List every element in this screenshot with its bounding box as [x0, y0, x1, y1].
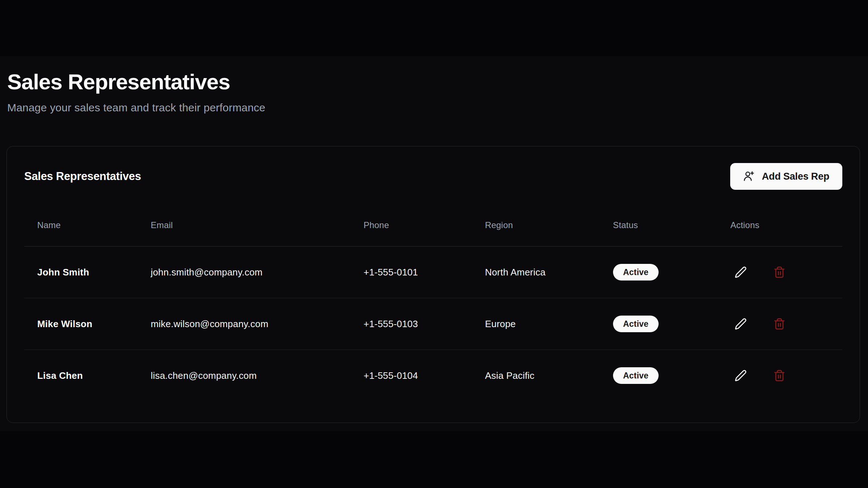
sales-reps-table: Name Email Phone Region Status Actions J…: [7, 190, 860, 402]
table-row: Lisa Chen lisa.chen@company.com +1-555-0…: [24, 350, 842, 402]
rep-phone: +1-555-0104: [350, 350, 472, 402]
trash-icon: [773, 318, 786, 330]
column-header-status: Status: [600, 211, 718, 247]
delete-button[interactable]: [769, 365, 790, 386]
page-subtitle: Manage your sales team and track their p…: [7, 102, 265, 114]
pencil-icon: [735, 266, 747, 278]
card-title: Sales Representatives: [24, 170, 141, 183]
rep-name: Lisa Chen: [24, 350, 138, 402]
pencil-icon: [735, 318, 747, 330]
page-header: Sales Representatives Manage your sales …: [7, 69, 265, 114]
rep-region: North America: [472, 247, 600, 298]
table-row: John Smith john.smith@company.com +1-555…: [24, 247, 842, 298]
rep-email: mike.wilson@company.com: [138, 298, 351, 350]
trash-icon: [773, 369, 786, 382]
rep-name: John Smith: [24, 247, 138, 298]
column-header-email: Email: [138, 211, 351, 247]
column-header-name: Name: [24, 211, 138, 247]
rep-email: john.smith@company.com: [138, 247, 351, 298]
edit-button[interactable]: [731, 365, 751, 386]
table-header-row: Name Email Phone Region Status Actions: [24, 211, 842, 247]
card-header: Sales Representatives Add Sales Rep: [7, 146, 860, 190]
edit-button[interactable]: [731, 262, 751, 282]
trash-icon: [773, 266, 786, 278]
rep-region: Europe: [472, 298, 600, 350]
rep-region: Asia Pacific: [472, 350, 600, 402]
user-plus-icon: [743, 171, 755, 182]
rep-phone: +1-555-0103: [350, 298, 472, 350]
status-badge: Active: [613, 264, 659, 281]
column-header-phone: Phone: [350, 211, 472, 247]
sales-reps-card: Sales Representatives Add Sales Rep: [7, 146, 860, 423]
page-title: Sales Representatives: [7, 69, 265, 94]
status-badge: Active: [613, 316, 659, 332]
table-row: Mike Wilson mike.wilson@company.com +1-5…: [24, 298, 842, 350]
status-badge: Active: [613, 367, 659, 384]
rep-name: Mike Wilson: [24, 298, 138, 350]
delete-button[interactable]: [769, 314, 790, 334]
pencil-icon: [735, 369, 747, 382]
delete-button[interactable]: [769, 262, 790, 282]
column-header-region: Region: [472, 211, 600, 247]
add-sales-rep-button[interactable]: Add Sales Rep: [730, 163, 842, 190]
rep-email: lisa.chen@company.com: [138, 350, 351, 402]
add-sales-rep-label: Add Sales Rep: [762, 171, 829, 182]
rep-phone: +1-555-0101: [350, 247, 472, 298]
column-header-actions: Actions: [718, 211, 842, 247]
edit-button[interactable]: [731, 314, 751, 334]
page: Sales Representatives Manage your sales …: [0, 0, 868, 488]
